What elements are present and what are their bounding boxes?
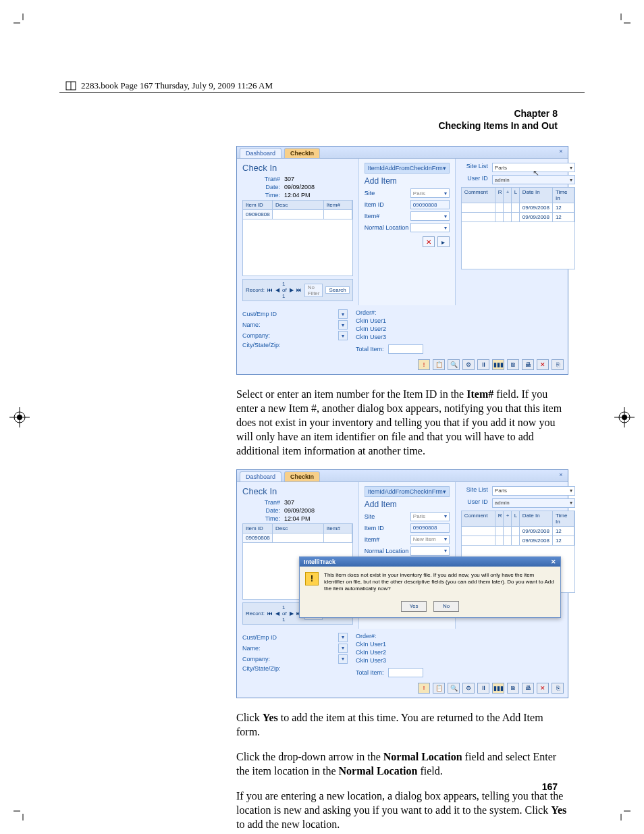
col-plus[interactable]: + [504,188,512,203]
print-icon[interactable]: 🖶 [522,683,534,694]
itemnum-input[interactable]: New Item▾ [410,535,450,544]
name-dropdown[interactable]: ▾ [338,320,348,330]
cell-itemid[interactable]: 09090808 [243,533,273,542]
cell-desc[interactable] [273,210,324,219]
cell-itemnum[interactable] [324,533,352,542]
dialog-text: This item does not exist in your invento… [324,572,555,593]
site-input[interactable]: Paris▾ [410,188,450,198]
crop-mark-bl [14,802,32,820]
delete-icon[interactable]: ✕ [537,683,549,694]
col-timein[interactable]: Time In [553,188,574,203]
col-itemid[interactable]: Item ID [243,201,273,209]
search-icon[interactable]: 🔍 [448,683,460,694]
chevron-down-icon[interactable]: ▾ [444,190,447,197]
name-dropdown[interactable]: ▾ [338,644,348,653]
alert-icon[interactable]: ! [418,359,430,370]
custemp-dropdown[interactable]: ▾ [338,633,348,642]
checkin-title: Check In [242,486,353,496]
grid-blank-area [242,219,353,276]
col-desc[interactable]: Desc [273,524,324,533]
normloc-input[interactable]: ▾ [410,546,450,556]
col-itemnum[interactable]: Item# [324,201,352,209]
search-icon[interactable]: 🔍 [448,359,460,370]
preview-icon[interactable]: 🗎 [507,683,519,694]
row-date: 09/09/2008 [520,536,553,545]
site-input[interactable]: Paris▾ [410,512,450,521]
company-dropdown[interactable]: ▾ [338,331,348,340]
dialog-close-icon[interactable]: ✕ [551,558,556,565]
csz-label: City/State/Zip: [242,342,348,348]
clipboard-icon[interactable]: 📋 [433,683,445,694]
col-datein[interactable]: Date In [520,511,553,526]
cell-itemid[interactable]: 09090808 [243,210,273,219]
col-timein[interactable]: Time In [553,511,574,526]
exit-icon[interactable]: ⎘ [552,359,564,370]
clipboard-icon[interactable]: 📋 [433,359,445,370]
cell-itemnum[interactable] [324,210,352,219]
col-r[interactable]: R [495,511,504,526]
no-button[interactable]: No [433,601,459,612]
delete-icon[interactable]: ✕ [537,359,549,370]
row-time: 12 [553,536,574,545]
user1-label: CkIn User1 [356,641,562,648]
pager-record-label: Record: [246,610,265,617]
sitelist-label: Site List [461,486,488,496]
pager-last-icon[interactable]: ⏭ [296,287,302,293]
pager-next-icon[interactable]: ▶ [290,287,294,293]
header-rule [59,92,585,93]
alert-icon[interactable]: ! [418,683,430,694]
pager-first-icon[interactable]: ⏮ [267,287,273,293]
pause-icon[interactable]: ⏸ [477,683,489,694]
col-itemid[interactable]: Item ID [243,524,273,533]
pager-search[interactable]: Search [325,286,349,294]
pager-nofilter[interactable]: No Filter [304,284,323,297]
record-pager[interactable]: Record: ⏮ ◀ 1 of 1 ▶ ⏭ No Filter Search [242,279,353,301]
preview-icon[interactable]: 🗎 [507,359,519,370]
close-icon[interactable]: × [557,148,565,156]
pager-next-icon[interactable]: ▶ [290,610,294,617]
sitelist-input[interactable]: Paris▾ [492,486,575,496]
gear-icon[interactable]: ⚙ [462,359,475,370]
col-datein[interactable]: Date In [520,188,553,203]
itemnum-input[interactable]: ▾ [410,211,450,221]
pager-first-icon[interactable]: ⏮ [267,610,273,617]
col-r[interactable]: R [495,188,504,203]
tab-dashboard[interactable]: Dashboard [240,148,281,158]
barcode-icon[interactable]: ▮▮▮ [492,683,504,694]
userid-readonly: admin▾ [492,498,575,508]
pager-position: 1 of 1 [282,604,287,623]
col-desc[interactable]: Desc [273,201,324,209]
custemp-dropdown[interactable]: ▾ [338,309,348,319]
additem-min-icon[interactable]: ▾ [443,488,446,495]
close-icon[interactable]: × [557,471,565,479]
col-comment[interactable]: Comment [462,511,495,526]
tab-checkin[interactable]: CheckIn [284,471,320,481]
col-l[interactable]: L [512,188,520,203]
cell-desc[interactable] [273,533,324,542]
col-l[interactable]: L [512,511,520,526]
additem-min-icon[interactable]: ▾ [443,165,446,172]
yes-button[interactable]: Yes [401,601,427,612]
normloc-input[interactable]: ▾ [410,223,450,232]
exit-icon[interactable]: ⎘ [552,683,564,694]
chevron-down-icon[interactable]: ▾ [570,165,572,171]
company-label: Company: [242,656,338,662]
pager-prev-icon[interactable]: ◀ [275,287,279,293]
pager-prev-icon[interactable]: ◀ [275,610,279,617]
proceed-button[interactable]: ▸ [437,236,450,247]
tab-dashboard[interactable]: Dashboard [240,471,281,481]
col-plus[interactable]: + [504,511,512,526]
tab-checkin[interactable]: CheckIn [284,148,320,158]
print-icon[interactable]: 🖶 [522,359,534,370]
chevron-down-icon[interactable]: ▾ [444,213,447,219]
barcode-icon[interactable]: ▮▮▮ [492,359,504,370]
page-number: 167 [542,781,558,792]
chevron-down-icon[interactable]: ▾ [444,225,447,231]
time-value: 12:04 PM [284,192,311,199]
cancel-button[interactable]: ✕ [423,236,435,247]
company-dropdown[interactable]: ▾ [338,654,348,664]
gear-icon[interactable]: ⚙ [462,683,475,694]
col-comment[interactable]: Comment [462,188,495,203]
col-itemnum[interactable]: Item# [324,524,352,533]
pause-icon[interactable]: ⏸ [477,359,489,370]
